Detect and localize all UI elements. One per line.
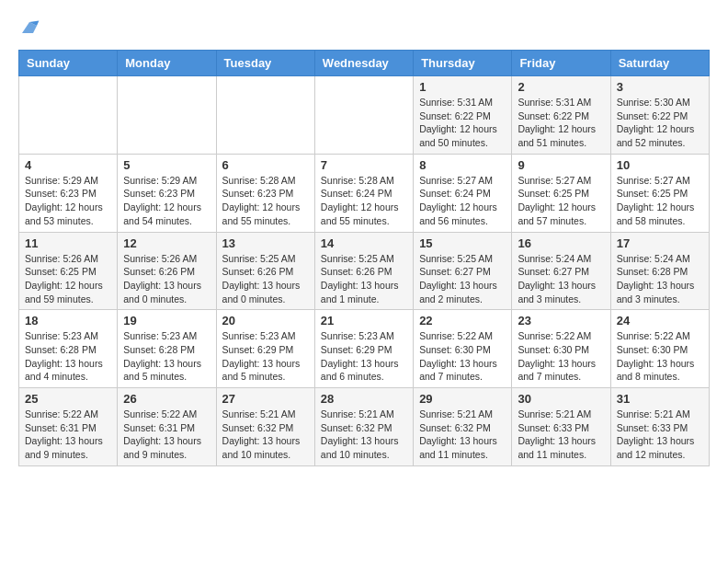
day-number: 5 <box>123 158 210 172</box>
calendar-header-monday: Monday <box>118 51 216 76</box>
calendar-header-saturday: Saturday <box>610 51 709 76</box>
day-number: 21 <box>321 314 407 327</box>
day-number: 10 <box>617 158 703 172</box>
calendar-header-tuesday: Tuesday <box>216 51 314 76</box>
calendar-cell: 11Sunrise: 5:26 AM Sunset: 6:25 PM Dayli… <box>19 232 118 310</box>
calendar-cell: 13Sunrise: 5:25 AM Sunset: 6:26 PM Dayli… <box>216 232 314 310</box>
day-info: Sunrise: 5:25 AM Sunset: 6:26 PM Dayligh… <box>222 252 309 306</box>
calendar-header-wednesday: Wednesday <box>314 51 413 76</box>
day-number: 15 <box>419 236 506 250</box>
calendar-cell: 24Sunrise: 5:22 AM Sunset: 6:30 PM Dayli… <box>610 310 709 388</box>
day-info: Sunrise: 5:27 AM Sunset: 6:24 PM Dayligh… <box>419 174 506 228</box>
day-number: 3 <box>617 80 703 94</box>
calendar-table: SundayMondayTuesdayWednesdayThursdayFrid… <box>18 50 710 466</box>
day-number: 27 <box>222 392 309 406</box>
day-info: Sunrise: 5:22 AM Sunset: 6:30 PM Dayligh… <box>419 329 506 384</box>
day-number: 6 <box>222 158 309 172</box>
day-number: 13 <box>222 236 309 250</box>
calendar-cell: 22Sunrise: 5:22 AM Sunset: 6:30 PM Dayli… <box>414 310 512 388</box>
day-number: 4 <box>25 158 111 172</box>
day-number: 22 <box>419 314 506 327</box>
day-number: 16 <box>518 236 604 250</box>
day-number: 20 <box>222 314 309 327</box>
day-number: 2 <box>518 80 604 94</box>
day-info: Sunrise: 5:28 AM Sunset: 6:24 PM Dayligh… <box>321 174 407 228</box>
day-info: Sunrise: 5:31 AM Sunset: 6:22 PM Dayligh… <box>419 96 506 150</box>
calendar-cell: 4Sunrise: 5:29 AM Sunset: 6:23 PM Daylig… <box>19 154 118 232</box>
day-number: 9 <box>518 158 604 172</box>
calendar-cell: 9Sunrise: 5:27 AM Sunset: 6:25 PM Daylig… <box>512 154 610 232</box>
day-info: Sunrise: 5:25 AM Sunset: 6:27 PM Dayligh… <box>419 252 506 306</box>
day-info: Sunrise: 5:25 AM Sunset: 6:26 PM Dayligh… <box>321 252 407 306</box>
calendar-cell: 6Sunrise: 5:28 AM Sunset: 6:23 PM Daylig… <box>216 154 314 232</box>
calendar-cell: 16Sunrise: 5:24 AM Sunset: 6:27 PM Dayli… <box>512 232 610 310</box>
calendar-cell: 29Sunrise: 5:21 AM Sunset: 6:32 PM Dayli… <box>414 388 512 466</box>
day-info: Sunrise: 5:22 AM Sunset: 6:31 PM Dayligh… <box>123 408 210 462</box>
day-info: Sunrise: 5:23 AM Sunset: 6:29 PM Dayligh… <box>222 329 309 384</box>
calendar-cell <box>314 76 413 155</box>
day-number: 17 <box>617 236 703 250</box>
calendar-cell: 19Sunrise: 5:23 AM Sunset: 6:28 PM Dayli… <box>118 310 216 388</box>
day-info: Sunrise: 5:24 AM Sunset: 6:27 PM Dayligh… <box>518 252 604 306</box>
day-info: Sunrise: 5:22 AM Sunset: 6:30 PM Dayligh… <box>617 329 703 384</box>
calendar-week-row: 1Sunrise: 5:31 AM Sunset: 6:22 PM Daylig… <box>19 76 710 155</box>
day-info: Sunrise: 5:22 AM Sunset: 6:31 PM Dayligh… <box>25 408 111 462</box>
day-info: Sunrise: 5:30 AM Sunset: 6:22 PM Dayligh… <box>617 96 703 150</box>
calendar-cell: 30Sunrise: 5:21 AM Sunset: 6:33 PM Dayli… <box>512 388 610 466</box>
calendar-cell <box>216 76 314 155</box>
calendar-cell: 21Sunrise: 5:23 AM Sunset: 6:29 PM Dayli… <box>314 310 413 388</box>
calendar-cell: 14Sunrise: 5:25 AM Sunset: 6:26 PM Dayli… <box>314 232 413 310</box>
calendar-cell <box>118 76 216 155</box>
day-info: Sunrise: 5:21 AM Sunset: 6:32 PM Dayligh… <box>321 408 407 462</box>
day-number: 1 <box>419 80 506 94</box>
day-number: 23 <box>518 314 604 327</box>
day-info: Sunrise: 5:21 AM Sunset: 6:32 PM Dayligh… <box>222 408 309 462</box>
calendar-cell: 5Sunrise: 5:29 AM Sunset: 6:23 PM Daylig… <box>118 154 216 232</box>
calendar-cell: 10Sunrise: 5:27 AM Sunset: 6:25 PM Dayli… <box>610 154 709 232</box>
day-number: 18 <box>25 314 111 327</box>
calendar-header-friday: Friday <box>512 51 610 76</box>
day-number: 25 <box>25 392 111 406</box>
calendar-cell: 2Sunrise: 5:31 AM Sunset: 6:22 PM Daylig… <box>512 76 610 155</box>
day-number: 19 <box>123 314 210 327</box>
day-number: 30 <box>518 392 604 406</box>
day-info: Sunrise: 5:31 AM Sunset: 6:22 PM Dayligh… <box>518 96 604 150</box>
calendar-cell: 3Sunrise: 5:30 AM Sunset: 6:22 PM Daylig… <box>610 76 709 155</box>
calendar-cell: 20Sunrise: 5:23 AM Sunset: 6:29 PM Dayli… <box>216 310 314 388</box>
day-info: Sunrise: 5:23 AM Sunset: 6:28 PM Dayligh… <box>25 329 111 384</box>
day-number: 14 <box>321 236 407 250</box>
day-info: Sunrise: 5:22 AM Sunset: 6:30 PM Dayligh… <box>518 329 604 384</box>
calendar-week-row: 18Sunrise: 5:23 AM Sunset: 6:28 PM Dayli… <box>19 310 710 388</box>
day-info: Sunrise: 5:21 AM Sunset: 6:33 PM Dayligh… <box>617 408 703 462</box>
day-info: Sunrise: 5:27 AM Sunset: 6:25 PM Dayligh… <box>617 174 703 228</box>
day-number: 24 <box>617 314 703 327</box>
calendar-header-thursday: Thursday <box>414 51 512 76</box>
calendar-cell: 7Sunrise: 5:28 AM Sunset: 6:24 PM Daylig… <box>314 154 413 232</box>
day-info: Sunrise: 5:23 AM Sunset: 6:29 PM Dayligh… <box>321 329 407 384</box>
day-info: Sunrise: 5:23 AM Sunset: 6:28 PM Dayligh… <box>123 329 210 384</box>
calendar-cell: 1Sunrise: 5:31 AM Sunset: 6:22 PM Daylig… <box>414 76 512 155</box>
day-info: Sunrise: 5:28 AM Sunset: 6:23 PM Dayligh… <box>222 174 309 228</box>
day-info: Sunrise: 5:24 AM Sunset: 6:28 PM Dayligh… <box>617 252 703 306</box>
day-info: Sunrise: 5:21 AM Sunset: 6:32 PM Dayligh… <box>419 408 506 462</box>
calendar-cell: 18Sunrise: 5:23 AM Sunset: 6:28 PM Dayli… <box>19 310 118 388</box>
day-info: Sunrise: 5:29 AM Sunset: 6:23 PM Dayligh… <box>25 174 111 228</box>
day-number: 7 <box>321 158 407 172</box>
day-number: 26 <box>123 392 210 406</box>
calendar-week-row: 4Sunrise: 5:29 AM Sunset: 6:23 PM Daylig… <box>19 154 710 232</box>
calendar-cell: 28Sunrise: 5:21 AM Sunset: 6:32 PM Dayli… <box>314 388 413 466</box>
calendar-header-row: SundayMondayTuesdayWednesdayThursdayFrid… <box>19 51 710 76</box>
calendar-cell: 8Sunrise: 5:27 AM Sunset: 6:24 PM Daylig… <box>414 154 512 232</box>
calendar-cell: 25Sunrise: 5:22 AM Sunset: 6:31 PM Dayli… <box>19 388 118 466</box>
general-blue-icon <box>18 18 40 37</box>
day-info: Sunrise: 5:26 AM Sunset: 6:25 PM Dayligh… <box>25 252 111 306</box>
calendar-week-row: 11Sunrise: 5:26 AM Sunset: 6:25 PM Dayli… <box>19 232 710 310</box>
calendar-cell: 17Sunrise: 5:24 AM Sunset: 6:28 PM Dayli… <box>610 232 709 310</box>
day-number: 11 <box>25 236 111 250</box>
day-number: 28 <box>321 392 407 406</box>
header <box>18 18 710 40</box>
calendar-header-sunday: Sunday <box>19 51 118 76</box>
day-info: Sunrise: 5:27 AM Sunset: 6:25 PM Dayligh… <box>518 174 604 228</box>
day-info: Sunrise: 5:21 AM Sunset: 6:33 PM Dayligh… <box>518 408 604 462</box>
calendar-cell: 15Sunrise: 5:25 AM Sunset: 6:27 PM Dayli… <box>414 232 512 310</box>
